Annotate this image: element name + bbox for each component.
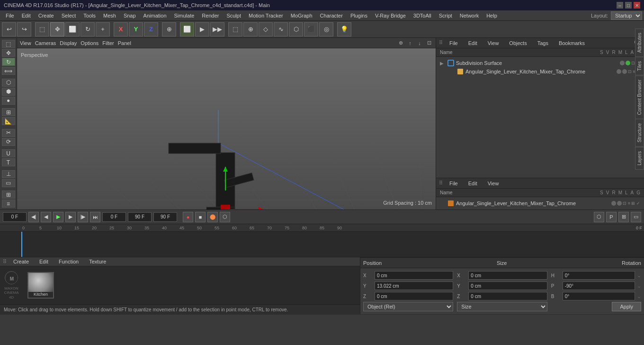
menu-sculpt[interactable]: Sculpt [223,12,245,19]
side-tab-layers[interactable]: Layers [635,147,644,170]
render-view-button[interactable]: ▶ [195,22,209,36]
coord-mode-dropdown[interactable]: Object (Rel) Object (Abs) World [363,302,453,311]
menu-3dtoall[interactable]: 3DToAll [410,12,435,19]
ground-button[interactable]: ⊥ [2,170,15,178]
curve-button[interactable]: ∿ [274,22,288,36]
y-pos-input[interactable] [375,281,453,290]
y-axis-button[interactable]: Y [129,22,143,36]
y-size-input[interactable] [468,281,547,290]
tab-objects[interactable]: Objects [505,39,530,47]
timeline-snap-button[interactable]: P [606,212,617,222]
timeline-options-button[interactable]: ⊞ [618,212,629,222]
loop-button[interactable]: ⟳ [2,138,15,146]
edge-button[interactable]: ⬢ [2,88,15,96]
render-all-button[interactable]: ▶▶ [210,22,224,36]
apply-button[interactable]: Apply [612,302,641,311]
side-tab-tiles[interactable]: Tiles [635,57,644,75]
z-size-input[interactable] [468,292,547,300]
vt-icon-btn1[interactable]: ⊕ [397,39,404,47]
vt-display[interactable]: Display [60,40,77,46]
p-rot-input[interactable] [563,281,635,290]
x-axis-button[interactable]: X [114,22,128,36]
minimize-button[interactable]: – [617,2,623,9]
add-geo-button[interactable]: ⊕ [243,22,258,36]
menu-mesh[interactable]: Mesh [99,12,120,19]
attr-tab-edit[interactable]: Edit [465,180,481,187]
menu-script[interactable]: Script [435,12,456,19]
mat-tab-function[interactable]: Function [55,258,82,265]
select-obj-button[interactable]: ⬚ [2,40,15,48]
world-coord-button[interactable]: ⊕ [162,22,176,36]
current-frame-input[interactable] [102,212,126,222]
set-keyframe-prev[interactable]: ◀| [28,212,39,222]
z-axis-button[interactable]: Z [144,22,158,36]
z-pos-input[interactable] [375,292,453,300]
deform-button[interactable]: ◇ [259,22,273,36]
undo-button[interactable]: ↩ [2,22,16,36]
vt-panel[interactable]: Panel [118,40,131,46]
menu-help[interactable]: Help [483,12,501,19]
attr-tab-file[interactable]: File [446,180,462,187]
render-region-button[interactable]: ⬜ [180,22,194,36]
redo-button[interactable]: ↪ [17,22,31,36]
scale-button[interactable]: ⬜ [65,22,80,36]
attr-tab-view[interactable]: View [484,180,503,187]
snap-button[interactable]: ⊞ [2,108,15,116]
stop-button[interactable]: ■ [195,212,206,222]
menu-snap[interactable]: Snap [120,12,140,19]
vt-view[interactable]: View [20,40,31,46]
auto-key-button[interactable]: ⬤ [207,212,218,222]
menu-edit[interactable]: Edit [18,12,35,19]
point-button[interactable]: ● [2,97,15,105]
vt-cameras[interactable]: Cameras [35,40,56,46]
timeline-panel-button[interactable]: ▭ [631,212,641,222]
h-rot-input[interactable] [563,271,635,280]
play-backward-button[interactable]: ◀ [41,212,51,222]
nurbs-button[interactable]: ⬡ [289,22,303,36]
scale-obj-button[interactable]: ⟺ [2,67,15,75]
layout-dropdown[interactable]: Startup [611,11,642,20]
menu-mograph[interactable]: MoGraph [287,12,316,19]
vt-options[interactable]: Options [80,40,98,46]
vt-icon-btn3[interactable]: ↓ [416,39,423,47]
b-rot-input[interactable] [563,292,635,300]
timeline-track[interactable] [0,232,644,257]
x-size-input[interactable] [468,271,547,280]
record-button[interactable]: ● [183,212,193,222]
light-button[interactable]: 💡 [337,22,351,36]
rotate-button[interactable]: ↻ [80,22,95,36]
menu-motion-tracker[interactable]: Motion Tracker [245,12,287,19]
preview-end-input[interactable] [153,212,177,222]
tree-item-subdivision[interactable]: ▶ Subdivision Surface ⊡ ✓ [436,59,644,67]
menu-tools[interactable]: Tools [80,12,99,19]
close-button[interactable]: ✕ [634,2,640,9]
attr-kitchen-mixer[interactable]: Angular_Single_Lever_Kitchen_Mixer_Tap_C… [436,199,644,208]
floor-button[interactable]: ▭ [2,179,15,187]
viewport-top-button[interactable]: ⬚ [228,22,242,36]
uv-button[interactable]: U [2,149,15,157]
x-pos-input[interactable] [375,271,453,280]
menu-render[interactable]: Render [198,12,223,19]
play-forward-step[interactable]: ▶ [65,212,76,222]
goto-last-frame[interactable]: ⏭ [90,212,100,222]
tree-item-kitchen-mixer[interactable]: Angular_Single_Lever_Kitchen_Mixer_Tap_C… [436,67,644,76]
vt-filter[interactable]: Filter [102,40,114,46]
select-button[interactable]: ⬚ [35,22,49,36]
add-button[interactable]: + [96,22,110,36]
menu-network[interactable]: Network [456,12,483,19]
maximize-button[interactable]: □ [625,2,632,9]
timeline-key-btn[interactable]: ⬡ [220,212,230,222]
kitchen-material-swatch[interactable]: Kitchen [27,272,54,299]
side-tab-structure[interactable]: Structure [635,119,644,147]
tab-file[interactable]: File [446,39,462,47]
menu-character[interactable]: Character [316,12,347,19]
menu-vray[interactable]: V-Ray Bridge [371,12,410,19]
menu-plugins[interactable]: Plugins [347,12,371,19]
grid-button[interactable]: ⊞ [2,191,15,199]
mat-tab-texture[interactable]: Texture [85,258,110,265]
size-mode-dropdown[interactable]: Size Scale [457,302,547,311]
set-keyframe-next[interactable]: |▶ [78,212,88,222]
texture-button[interactable]: T [2,158,15,166]
array-button[interactable]: ⬛ [304,22,318,36]
play-button[interactable]: ▶ [53,212,63,222]
